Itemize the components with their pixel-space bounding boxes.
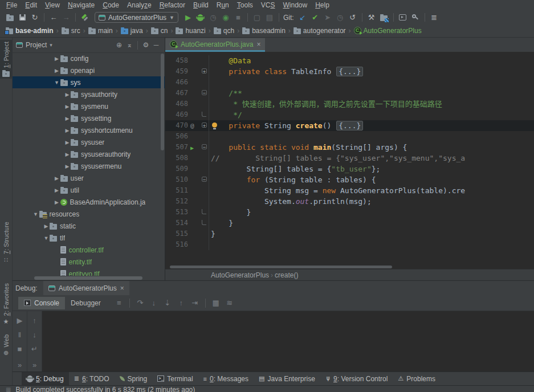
run-config-select[interactable]: AutoGeneratorPlus▼ [95, 12, 178, 23]
down-stack-icon[interactable]: ↓ [28, 330, 42, 339]
tree-item-static[interactable]: ▶static [13, 220, 165, 232]
tree-vertical-scrollbar[interactable] [161, 52, 164, 276]
code-line-514[interactable]: 514 } [165, 218, 534, 228]
toolwindow-problems[interactable]: ⚠Problems [393, 372, 441, 385]
layout-icon[interactable]: ≡ [112, 297, 126, 309]
editor-tab[interactable]: AutoGeneratorPlus.java × [165, 38, 265, 52]
code-line-515[interactable]: 515} [165, 228, 534, 239]
tree-item-resources[interactable]: ▼resources [13, 208, 165, 220]
hide-panel-icon[interactable]: ─ [151, 41, 161, 49]
tool-window-toggle-icon[interactable]: ▦ [6, 386, 11, 392]
tree-item-sysshortcutmenu[interactable]: ▶sysshortcutmenu [13, 124, 165, 136]
synchronize-icon[interactable]: ↻ [28, 12, 41, 23]
history-icon[interactable]: ◷ [334, 12, 347, 23]
breadcrumb-autogenerator[interactable]: autogenerator [294, 27, 346, 35]
tree-item-entityvo-tlf[interactable]: entityvo.tlf [13, 268, 165, 276]
save-all-icon[interactable] [16, 12, 28, 23]
stripe-favorites[interactable]: 2: Favorites★ [0, 281, 12, 327]
code-line-470[interactable]: 470@+ private String create() {...} [165, 120, 534, 131]
close-tab-icon[interactable]: × [256, 40, 260, 48]
tree-expand-arrow[interactable]: ▶ [54, 199, 60, 205]
tree-expand-arrow[interactable]: ▼ [43, 235, 50, 241]
tree-item-config[interactable]: ▶config [13, 52, 165, 64]
layout-settings-icon[interactable]: ≋ [223, 297, 237, 309]
push-icon[interactable]: ➤ [321, 12, 334, 23]
coverage-icon[interactable]: ◷ [207, 12, 219, 23]
code-line-508[interactable]: 508// String[] tables = {"sys_user","sys… [165, 153, 534, 164]
tree-expand-arrow[interactable]: ▶ [64, 92, 71, 97]
toolwindow-todo[interactable]: ≣6: TODO [69, 372, 115, 385]
tree-item-sysauthority[interactable]: ▶sysauthority [13, 88, 165, 100]
tree-item-sys[interactable]: ▼sys [13, 76, 165, 88]
breadcrumb-base-admin[interactable]: base-admin [6, 27, 54, 35]
toolwindow-debug[interactable]: 5: Debug [22, 372, 69, 385]
stripe-structure[interactable]: 7: Structure∷ [0, 220, 12, 266]
menu-help[interactable]: Help [311, 0, 333, 11]
tree-expand-arrow[interactable]: ▶ [64, 152, 71, 157]
tree-horizontal-scrollbar[interactable] [13, 276, 160, 280]
code-line-509[interactable]: 509 String[] tables = {"tb_user"}; [165, 164, 534, 174]
folded-region[interactable]: {...} [336, 67, 363, 76]
breadcrumb-java[interactable]: java [121, 27, 143, 35]
console-output[interactable] [42, 311, 534, 371]
project-structure-icon[interactable] [378, 12, 390, 23]
build-artifacts-icon[interactable]: ▤ [263, 12, 276, 23]
wrench-icon[interactable]: ⚒ [365, 12, 378, 23]
tree-expand-arrow[interactable]: ▶ [54, 56, 60, 62]
tree-expand-arrow[interactable]: ▶ [54, 68, 60, 74]
run-window-icon[interactable] [397, 12, 409, 23]
run-line-icon[interactable]: ▶ [190, 142, 194, 153]
stop-icon[interactable]: ■ [232, 12, 244, 23]
force-step-into-icon[interactable]: ⇣ [161, 297, 174, 309]
run-icon[interactable]: ▶ [182, 12, 194, 23]
tree-expand-arrow[interactable]: ▶ [54, 175, 60, 181]
menu-analyze[interactable]: Analyze [123, 0, 156, 11]
breadcrumb-cn[interactable]: cn [151, 27, 168, 35]
tree-item-syssetting[interactable]: ▶syssetting [13, 112, 165, 124]
intention-bulb-icon[interactable] [212, 122, 217, 128]
code-editor[interactable]: 458 @Data459+ private class TableInfo {.… [165, 52, 534, 265]
tab-console[interactable]: Console [18, 297, 65, 309]
code-line-467[interactable]: 467− /** [165, 88, 534, 99]
tree-item-user[interactable]: ▶user [13, 172, 165, 184]
tab-debugger[interactable]: Debugger [65, 297, 107, 309]
rollback-icon[interactable]: ↺ [347, 12, 359, 23]
code-line-459[interactable]: 459+ private class TableInfo {...} [165, 66, 534, 77]
open-icon[interactable] [3, 12, 16, 23]
evaluate-expression-icon[interactable]: ▦ [209, 297, 223, 309]
code-line-510[interactable]: 510− for (String table : tables) { [165, 174, 534, 185]
fold-toggle-icon[interactable]: − [202, 177, 207, 182]
menu-vcs[interactable]: VCS [257, 0, 279, 11]
code-line-469[interactable]: 469 */ [165, 109, 534, 120]
more-run-icon[interactable]: » [13, 360, 27, 369]
tree-item-tlf[interactable]: ▼tlf [13, 232, 165, 244]
build-project-icon[interactable] [79, 12, 91, 23]
tree-expand-arrow[interactable]: ▶ [64, 116, 71, 121]
bookmark-icon[interactable]: @ [190, 120, 194, 131]
stop-icon[interactable]: ■ [13, 344, 27, 353]
code-line-466[interactable]: 466 [165, 77, 534, 88]
tree-item-baseadminapplication-ja[interactable]: ▶BaseAdminApplication.ja [13, 196, 165, 208]
code-line-468[interactable]: 468 * 快速创建，供外部调用，调用之前先设置一下项目的基础路径 [165, 99, 534, 109]
back-icon[interactable]: ← [47, 12, 60, 23]
menu-tools[interactable]: Tools [233, 0, 257, 11]
update-project-icon[interactable]: ↙ [296, 12, 309, 23]
editor-crumb-create[interactable]: create() [275, 271, 298, 279]
collapse-all-icon[interactable]: ⌅ [124, 41, 134, 49]
editor-crumb-autogeneratorplus[interactable]: AutoGeneratorPlus [211, 271, 269, 279]
stripe-project[interactable]: 1: Project [0, 40, 12, 79]
code-line-516[interactable]: 516 [165, 239, 534, 250]
toolwindow-messages[interactable]: ≡0: Messages [198, 372, 254, 385]
menu-window[interactable]: Window [279, 0, 311, 11]
breadcrumb-baseadmin[interactable]: baseadmin [242, 27, 286, 35]
tree-item-sysuser[interactable]: ▶sysuser [13, 136, 165, 148]
forward-icon[interactable]: → [60, 12, 72, 23]
tree-item-sysuserauthority[interactable]: ▶sysuserauthority [13, 148, 165, 160]
breadcrumb-qch[interactable]: qch [214, 27, 234, 35]
tree-expand-arrow[interactable]: ▶ [64, 164, 71, 169]
save-layout-icon[interactable]: ≣ [428, 12, 441, 23]
search-everywhere-icon[interactable] [409, 12, 422, 23]
menu-refactor[interactable]: Refactor [156, 0, 189, 11]
code-line-512[interactable]: 512 System.out.println(msg); [165, 196, 534, 207]
stop-process-icon[interactable]: ▢ [251, 12, 263, 23]
